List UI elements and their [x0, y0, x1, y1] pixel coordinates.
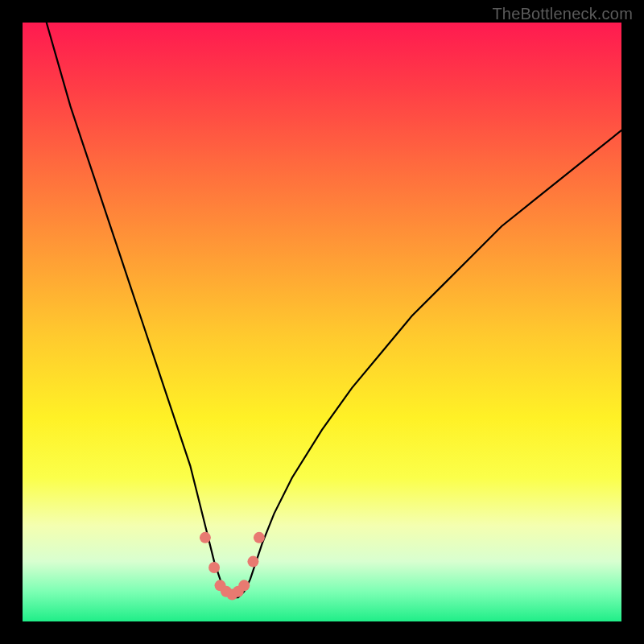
data-point: [238, 580, 250, 591]
watermark-text: TheBottleneck.com: [492, 5, 633, 23]
bottleneck-curve: [47, 23, 621, 597]
data-point: [247, 556, 258, 568]
data-point: [200, 532, 211, 543]
plot-area: [23, 23, 621, 621]
data-point: [254, 532, 265, 543]
chart-frame: TheBottleneck.com: [0, 0, 644, 644]
data-point: [208, 562, 220, 573]
chart-svg: [23, 23, 621, 621]
